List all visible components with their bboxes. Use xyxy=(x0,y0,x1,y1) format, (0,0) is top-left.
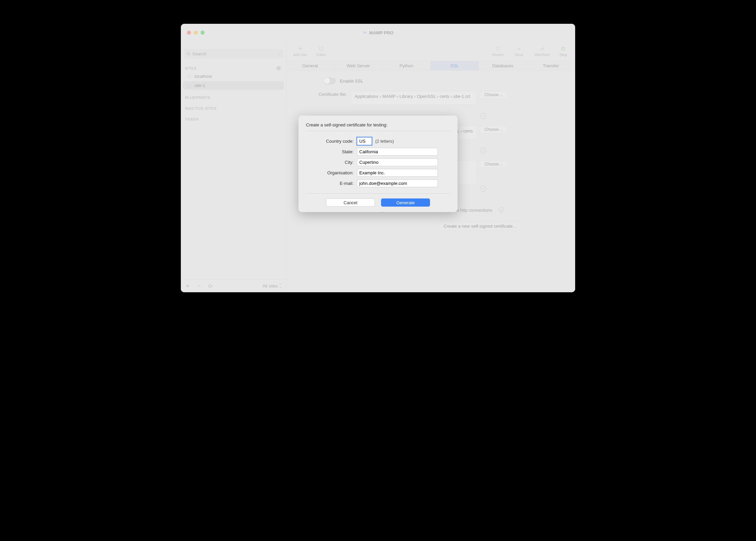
city-input[interactable] xyxy=(357,158,438,166)
generate-button[interactable]: Generate xyxy=(381,198,430,207)
org-label: Organisation: xyxy=(306,170,357,175)
country-hint: (2 letters) xyxy=(375,139,394,144)
app-window: MAMP PRO ⌄ SITES 2 localhost xyxy=(181,24,575,292)
state-input[interactable] xyxy=(357,148,438,156)
email-input[interactable] xyxy=(357,179,438,187)
country-input[interactable] xyxy=(357,137,372,145)
city-label: City: xyxy=(306,160,357,165)
org-input[interactable] xyxy=(357,169,438,177)
cancel-button[interactable]: Cancel xyxy=(326,198,375,207)
create-cert-modal: Create a self-signed certificate for tes… xyxy=(298,116,458,212)
modal-title: Create a self-signed certificate for tes… xyxy=(306,122,450,131)
country-label: Country code: xyxy=(306,139,357,144)
state-label: State: xyxy=(306,149,357,154)
email-label: E-mail: xyxy=(306,181,357,186)
